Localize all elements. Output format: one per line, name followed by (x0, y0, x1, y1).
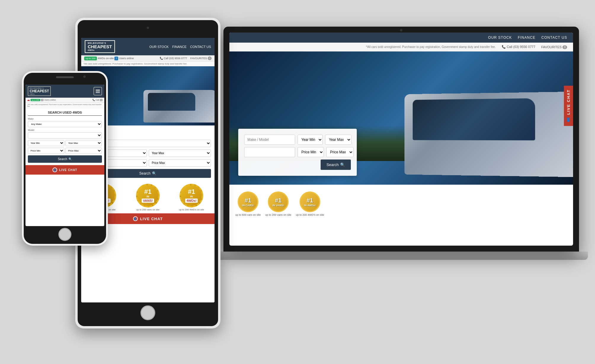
laptop-screen: OUR STOCK FINANCE CONTACT US *All cars s… (229, 33, 573, 246)
laptop-make-input[interactable] (244, 135, 295, 145)
laptop-search-button[interactable]: Search 🔍 (321, 160, 351, 170)
phone-screen: MELBOURNE'S CHEAPEST 4WDs 🚗 up to 200 7 … (25, 85, 104, 226)
phone-menu-button[interactable] (94, 87, 102, 95)
scene: OUR STOCK FINANCE CONTACT US *All cars s… (16, 12, 579, 352)
laptop-badge-0: #1 IN CARS! up to 600 cars on site (235, 189, 261, 219)
laptop-price-max-select[interactable]: Price Max (326, 147, 354, 157)
laptop-badge-circle-2: #1 IN 4WDs! (300, 191, 320, 212)
laptop-subbar: *All cars sold unregistered. Purchaser t… (229, 43, 573, 51)
laptop-year-min-select[interactable]: Year Min (298, 135, 323, 145)
tablet-hero-car (143, 90, 215, 123)
tablet-logo-cheapest: CHEAPEST (88, 44, 112, 49)
laptop-nav-contact[interactable]: CONTACT US (541, 36, 567, 40)
laptop-hero-car-area (366, 90, 573, 185)
laptop-badge-circle-1: #1 IN VANS! (268, 191, 289, 212)
laptop-nav: OUR STOCK FINANCE CONTACT US (229, 33, 573, 43)
phone-price-row: Price Min Price Max (28, 148, 102, 154)
tablet-home-button[interactable] (140, 305, 155, 320)
tablet-search-icon: 🔍 (152, 171, 156, 175)
phone-model-select[interactable] (28, 132, 102, 138)
phone-home-button[interactable] (58, 228, 71, 241)
phone-price-max-select[interactable]: Price Max (65, 148, 102, 154)
phone-make-select[interactable]: Any Make (28, 121, 102, 127)
laptop-phone: 📞 Call (03) 9556 0777 (502, 45, 535, 49)
tablet-badge-1: #1 IN VANS! up to 200 vans on site (127, 184, 168, 211)
phone-phone-fav: 📞 Call 0 (92, 99, 103, 101)
live-chat-icon: 👤 (566, 117, 571, 123)
laptop-device: OUR STOCK FINANCE CONTACT US *All cars s… (223, 27, 579, 269)
phone-inner: MELBOURNE'S CHEAPEST 4WDs 🚗 up to 200 7 … (24, 73, 106, 244)
laptop-disclaimer: *All cars sold unregistered. Purchaser t… (366, 45, 495, 49)
laptop-model-input[interactable] (244, 147, 295, 157)
laptop-search-btn-row: Search 🔍 (244, 160, 351, 170)
laptop-search-icon: 🔍 (340, 162, 345, 167)
laptop-car (404, 91, 573, 177)
phone-search-section: SEARCH USED 4WDS Make Any Make Model Yea… (25, 108, 104, 165)
laptop-camera (400, 29, 402, 31)
laptop-base (215, 252, 588, 260)
phone-search-title: SEARCH USED 4WDS (28, 111, 102, 116)
tablet-chat-icon: 👤 (133, 216, 138, 221)
tablet-logo: MELBOURNE'S CHEAPEST 4WDs (85, 40, 115, 53)
tablet-phone-fav: 📞 Call (03) 9556 0777 FAVOURITES 0 (160, 57, 212, 60)
tablet-nav-finance[interactable]: FINANCE (172, 45, 186, 49)
tablet-year-max[interactable]: Year Max (149, 149, 211, 157)
tablet-camera (147, 27, 149, 29)
tablet-nav: MELBOURNE'S CHEAPEST 4WDs OUR STOCK FINA… (81, 38, 215, 55)
phone-live-chat[interactable]: 👤 LIVE CHAT (25, 165, 104, 175)
laptop-favourites[interactable]: FAVOURITES 0 (541, 45, 567, 49)
phone-disclaimer: *All cars sold unregistered. Purchaser t… (25, 103, 104, 108)
phone-search-icon: 🔍 (68, 157, 72, 161)
laptop-badge-1: #1 IN VANS! up to 200 vans on site (265, 189, 291, 219)
phone-device: MELBOURNE'S CHEAPEST 4WDs 🚗 up to 200 7 … (22, 71, 108, 246)
laptop-live-chat-sidebar[interactable]: 👤 LIVE CHAT (564, 86, 573, 126)
laptop-hero: Year Min Year Max Price Min (229, 51, 573, 185)
tablet-badge-2: #1 IN 4WDs! up to 200 4WD's on site (171, 184, 212, 211)
phone-speaker (56, 76, 74, 78)
phone-logo: MELBOURNE'S CHEAPEST 4WDs (28, 86, 51, 96)
laptop-year-max-select[interactable]: Year Max (325, 135, 351, 145)
laptop-badge-2: #1 IN 4WDs! up to 200 4WD's on site (296, 189, 324, 219)
phone-year-row: Year Min Year Max (28, 140, 102, 146)
laptop-nav-stock[interactable]: OUR STOCK (488, 36, 512, 40)
phone-nav: MELBOURNE'S CHEAPEST 4WDs (25, 85, 104, 98)
laptop-body: OUR STOCK FINANCE CONTACT US *All cars s… (223, 27, 579, 252)
tablet-stock-info: up to 200 4WDs on-site 7 Users online (84, 57, 134, 60)
laptop-nav-finance[interactable]: FINANCE (518, 36, 535, 40)
phone-model-label: Model (28, 129, 102, 131)
tablet-price-max[interactable]: Price Max (149, 159, 211, 167)
phone-stock-info: 🚗 up to 200 7 Users online (27, 99, 56, 101)
phone-camera (83, 75, 86, 78)
phone-subbar: 🚗 up to 200 7 Users online 📞 Call 0 (25, 98, 104, 103)
tablet-badge-circle-1: #1 IN VANS! (136, 184, 160, 207)
phone-search-button[interactable]: Search 🔍 (28, 155, 102, 163)
laptop-search-row2: Price Min Price Max (244, 147, 351, 157)
phone-logo-cheapest: CHEAPEST (30, 89, 49, 93)
laptop-price-min-select[interactable]: Price Min (298, 147, 324, 157)
tablet-nav-stock[interactable]: OUR STOCK (149, 45, 169, 49)
laptop-badge-circle-0: #1 IN CARS! (238, 191, 258, 212)
tablet-nav-links: OUR STOCK FINANCE CONTACT US (149, 45, 211, 49)
tablet-badge-circle-2: #1 IN 4WDs! (180, 184, 203, 207)
laptop-badges: #1 IN CARS! up to 600 cars on site #1 IN… (229, 185, 573, 223)
phone-year-min-select[interactable]: Year Min (28, 140, 64, 146)
phone-year-max-select[interactable]: Year Max (65, 140, 102, 146)
tablet-nav-contact[interactable]: CONTACT US (190, 45, 211, 49)
laptop-search-row1: Year Min Year Max (244, 135, 351, 145)
tablet-disclaimer: *All cars sold unregistered. Purchaser t… (81, 62, 215, 66)
tablet-subbar: up to 200 4WDs on-site 7 Users online 📞 … (81, 55, 215, 62)
laptop-search-panel: Year Min Year Max Price Min (238, 129, 357, 176)
phone-price-min-select[interactable]: Price Min (28, 148, 64, 154)
phone-chat-icon: 👤 (52, 167, 57, 172)
phone-make-label: Make (28, 117, 102, 120)
laptop-bottom-section: #1 IN CARS! up to 600 cars on site #1 IN… (229, 185, 573, 223)
